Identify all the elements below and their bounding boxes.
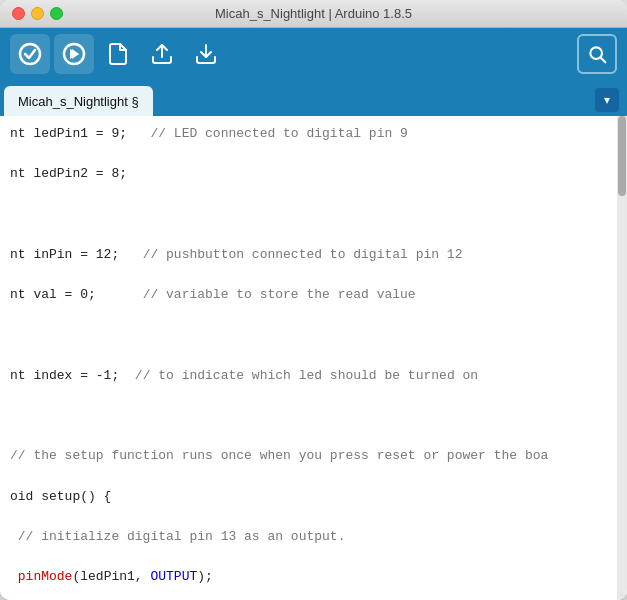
code-editor[interactable]: nt ledPin1 = 9; // LED connected to digi… — [0, 116, 627, 600]
search-button[interactable] — [577, 34, 617, 74]
code-line-1: nt ledPin1 = 9; // LED connected to digi… — [10, 124, 617, 144]
tab-dropdown-button[interactable]: ▾ — [595, 88, 619, 112]
new-button[interactable] — [98, 34, 138, 74]
tab-bar: Micah_s_Nightlight § ▾ — [0, 80, 627, 116]
upload-icon — [62, 42, 86, 66]
arduino-window: Micah_s_Nightlight | Arduino 1.8.5 — [0, 0, 627, 600]
upload-button[interactable] — [54, 34, 94, 74]
window-title: Micah_s_Nightlight | Arduino 1.8.5 — [215, 6, 412, 21]
svg-point-0 — [20, 44, 40, 64]
code-line-3 — [10, 205, 617, 225]
tab-micah-nightlight[interactable]: Micah_s_Nightlight § — [4, 86, 153, 116]
new-icon — [106, 42, 130, 66]
maximize-button[interactable] — [50, 7, 63, 20]
scrollbar[interactable] — [617, 116, 627, 600]
verify-button[interactable] — [10, 34, 50, 74]
code-line-4: nt inPin = 12; // pushbutton connected t… — [10, 245, 617, 265]
scrollbar-thumb[interactable] — [618, 116, 626, 196]
code-line-10: oid setup() { — [10, 487, 617, 507]
open-icon — [150, 42, 174, 66]
code-line-12: pinMode(ledPin1, OUTPUT); — [10, 567, 617, 587]
code-line-2: nt ledPin2 = 8; — [10, 164, 617, 184]
chevron-down-icon: ▾ — [604, 93, 610, 107]
code-line-11: // initialize digital pin 13 as an outpu… — [10, 527, 617, 547]
svg-marker-2 — [70, 49, 79, 59]
save-icon — [194, 42, 218, 66]
minimize-button[interactable] — [31, 7, 44, 20]
save-button[interactable] — [186, 34, 226, 74]
close-button[interactable] — [12, 7, 25, 20]
svg-line-6 — [601, 58, 606, 63]
code-line-5: nt val = 0; // variable to store the rea… — [10, 285, 617, 305]
traffic-lights — [12, 7, 63, 20]
code-line-8 — [10, 406, 617, 426]
code-line-9: // the setup function runs once when you… — [10, 446, 617, 466]
code-line-7: nt index = -1; // to indicate which led … — [10, 366, 617, 386]
code-line-6 — [10, 325, 617, 345]
open-button[interactable] — [142, 34, 182, 74]
toolbar — [0, 28, 627, 80]
title-bar: Micah_s_Nightlight | Arduino 1.8.5 — [0, 0, 627, 28]
verify-icon — [18, 42, 42, 66]
tab-label: Micah_s_Nightlight § — [18, 94, 139, 109]
search-icon — [587, 44, 607, 64]
